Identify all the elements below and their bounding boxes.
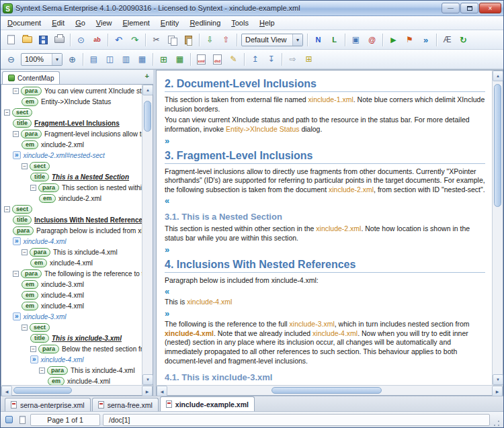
menu-element[interactable]: Element (117, 17, 155, 29)
scroll-down-button[interactable]: ▼ (493, 374, 503, 385)
menu-redlining[interactable]: Redlining (184, 17, 226, 29)
move-right-button[interactable]: ⇨ (285, 52, 300, 67)
subsection-heading[interactable]: 3.1. This is a Nested Section (165, 212, 485, 222)
edit-tag-button[interactable]: ✎ (226, 52, 241, 67)
scrollbar-thumb[interactable] (271, 387, 382, 394)
collapse-toggle[interactable]: − (13, 88, 19, 94)
paste-button[interactable] (181, 32, 196, 48)
tree-node[interactable]: −sect (1, 107, 142, 118)
insert-image-button[interactable]: ▣ (348, 32, 364, 48)
paragraph[interactable]: This section is taken from external file… (165, 95, 485, 114)
tree-node[interactable]: emxinclude-4.xml (1, 300, 142, 311)
paragraph[interactable]: You can view current XInclude status and… (165, 116, 485, 134)
tree-node[interactable]: emxinclude-4.xml (1, 257, 142, 268)
file-tab-xinclude-example-xml[interactable]: xinclude-example.xml (160, 396, 255, 411)
tree-node[interactable]: »xinclude-4.xml (1, 236, 142, 247)
menu-help[interactable]: Help (254, 17, 280, 29)
zoom-out-button[interactable]: ⊖ (3, 52, 19, 67)
close-button[interactable]: × (479, 3, 501, 13)
tree-node[interactable]: »xinclude-2.xml#nested-sect (1, 150, 142, 161)
collapse-toggle[interactable]: − (22, 163, 28, 169)
new-document-button[interactable] (3, 32, 19, 48)
scroll-right-button[interactable]: ▶ (492, 386, 503, 396)
tree-node[interactable]: −paraThis is xinclude-4.xml (1, 365, 142, 376)
document-body[interactable]: 2. Document-Level InclusionsThis section… (157, 71, 492, 385)
collapse-toggle[interactable]: − (30, 346, 36, 352)
insert-element-after-button[interactable]: ↧ (263, 52, 279, 67)
file-tab-serna-free-xml[interactable]: serna-free.xml (92, 398, 159, 411)
print-button[interactable] (52, 32, 67, 48)
spellcheck-button[interactable]: ab (89, 32, 105, 48)
refresh-button[interactable]: ↻ (456, 32, 471, 48)
tree-vertical-scrollbar[interactable]: ▲ ▼ (142, 85, 153, 385)
menu-tools[interactable]: Tools (226, 17, 254, 29)
scroll-up-button[interactable]: ▲ (142, 85, 153, 95)
scroll-right-button[interactable]: ▶ (142, 386, 153, 396)
scrollbar-track[interactable] (142, 95, 153, 374)
tree-node[interactable]: emxinclude-3.xml (1, 279, 142, 290)
tree-horizontal-scrollbar[interactable]: ◀ ▶ (1, 385, 153, 396)
special-characters-button[interactable]: Æ (439, 32, 455, 48)
chevron-down-icon[interactable]: ▾ (52, 54, 62, 65)
tree-node[interactable]: emxinclude-2.xml (1, 193, 142, 204)
tree-node[interactable]: emxinclude-4.xml (1, 290, 142, 300)
resize-grip[interactable] (493, 419, 501, 427)
tree-node[interactable]: paraParagraph below is included from xin… (1, 225, 142, 236)
pin-icon[interactable]: + (145, 72, 149, 80)
collapse-toggle[interactable]: − (22, 325, 28, 331)
tree-node[interactable]: −sect (1, 161, 142, 171)
zoom-select[interactable]: 100%▾ (21, 53, 62, 66)
tree-node[interactable]: titleThis is a Nested Section (1, 171, 142, 182)
menu-document[interactable]: Document (2, 17, 46, 29)
insert-element-before-button[interactable]: ↥ (247, 52, 263, 67)
export-button[interactable]: ⇧ (218, 32, 234, 48)
doc-horizontal-scrollbar[interactable]: ◀ ▶ (156, 385, 503, 396)
maximize-button[interactable] (460, 3, 478, 13)
open-button[interactable] (19, 32, 35, 48)
import-button[interactable]: ⇩ (202, 32, 218, 48)
tree-node[interactable]: −sect (1, 322, 142, 333)
goto-xinclude-button[interactable]: » (418, 32, 433, 48)
section-heading[interactable]: 4. Inclusions With Nested References (165, 259, 485, 273)
menu-entity[interactable]: Entity (155, 17, 185, 29)
menu-edit[interactable]: Edit (46, 17, 70, 29)
paragraph[interactable]: Fragment-level inclusions allow to direc… (165, 167, 485, 195)
collapse-toggle[interactable]: − (13, 131, 19, 137)
insert-note-button[interactable]: N (310, 32, 326, 48)
show-tags-button[interactable] (3, 415, 14, 425)
collapse-toggle[interactable]: − (22, 249, 28, 255)
chevron-down-icon[interactable]: ▾ (292, 34, 302, 46)
page-mode-button[interactable] (17, 415, 28, 425)
file-tab-serna-enterprise-xml[interactable]: serna-enterprise.xml (5, 398, 91, 411)
tree-node[interactable]: emxinclude-4.xml (1, 376, 142, 385)
validate-button[interactable]: ▶ (386, 32, 401, 48)
tree-node[interactable]: −paraThis is xinclude-4.xml (1, 247, 142, 257)
print-preview-button[interactable]: ⊙ (73, 32, 89, 48)
scroll-left-button[interactable]: ◀ (1, 386, 12, 396)
paragraph[interactable]: This section is nested within other sect… (165, 224, 485, 243)
redo-button[interactable]: ↷ (127, 32, 142, 48)
doc-vertical-scrollbar[interactable]: ▲ ▼ (492, 71, 503, 385)
scroll-left-button[interactable]: ◀ (157, 386, 167, 396)
redline-flag-button[interactable]: ⚑ (402, 32, 417, 48)
normal-view-button[interactable]: ▤ (86, 52, 101, 67)
section-heading[interactable]: 3. Fragment-Level Inclusions (165, 150, 485, 164)
paragraph[interactable]: This is xinclude-4.xml (165, 298, 485, 307)
tree-node[interactable]: »xinclude-3.xml (1, 311, 142, 322)
collapse-toggle[interactable]: − (30, 185, 36, 191)
tree-node[interactable]: −paraYou can view current XInclude statu… (1, 85, 142, 96)
tree-node[interactable]: emEntity->XInclude Status (1, 96, 142, 107)
paragraph[interactable]: Paragraph below is included from xinclud… (165, 276, 485, 286)
tree-node[interactable]: »xinclude-4.xml (1, 354, 142, 365)
table-properties-button[interactable]: ▦ (172, 52, 187, 67)
scrollbar-thumb[interactable] (144, 101, 151, 132)
tree-node[interactable]: −paraFragment-level inclusions allow to … (1, 128, 142, 139)
tree-node[interactable]: −paraThis section is nested within other (1, 182, 142, 193)
dtd-view-button[interactable]: dtd (210, 52, 225, 67)
collapse-toggle[interactable]: − (13, 271, 19, 277)
subsection-heading[interactable]: 4.1. This is xinclude-3.xml (165, 372, 485, 382)
xml-source-button[interactable]: xml (194, 52, 209, 67)
scrollbar-track[interactable] (493, 81, 503, 374)
scrollbar-thumb[interactable] (494, 84, 501, 207)
scrollbar-track[interactable] (12, 386, 142, 395)
